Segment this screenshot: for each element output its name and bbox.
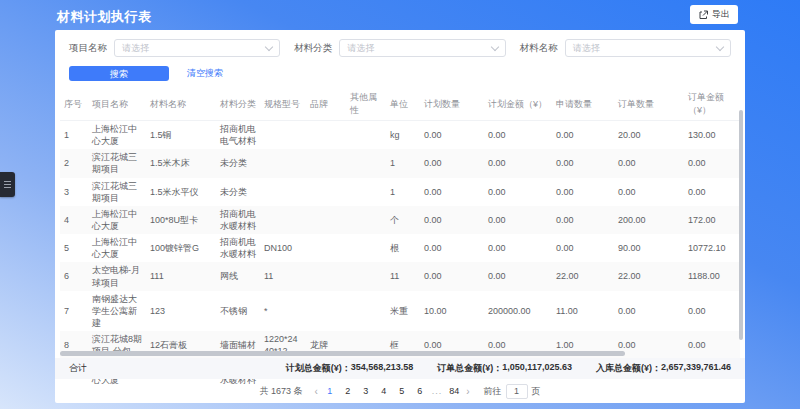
table-cell: 滨江花城三期项目: [88, 149, 146, 177]
column-header: 项目名称: [88, 88, 146, 121]
main-panel: 项目名称请选择材料分类请选择材料名称请选择 搜索 清空搜索 序号项目名称材料名称…: [55, 30, 745, 403]
table-cell: 0.00: [420, 262, 484, 290]
table-cell: 0.00: [484, 234, 552, 262]
export-button[interactable]: 导出: [690, 5, 738, 24]
table-cell: 11: [386, 262, 420, 290]
clear-search-link[interactable]: 清空搜索: [187, 67, 223, 80]
table-cell: 0.00: [484, 178, 552, 206]
table-cell: 0.00: [484, 121, 552, 150]
table-cell: 90.00: [614, 234, 684, 262]
prev-page-button[interactable]: ‹: [314, 386, 317, 397]
table-cell: 1: [386, 149, 420, 177]
table-cell: DN100: [260, 234, 306, 262]
filter-bar: 项目名称请选择材料分类请选择材料名称请选择: [55, 30, 745, 57]
table-cell: 米重: [386, 291, 420, 331]
page-button-2[interactable]: 2: [342, 386, 354, 396]
page-button-5[interactable]: 5: [396, 386, 408, 396]
page-button-3[interactable]: 3: [360, 386, 372, 396]
goto-page-input[interactable]: [506, 384, 528, 399]
app-background: 材料计划执行表 导出 项目名称请选择材料分类请选择材料名称请选择 搜索 清空搜索…: [0, 0, 800, 409]
table-cell: 1.5铜: [146, 121, 216, 150]
summary-item-value: 354,568,213.58: [351, 362, 414, 375]
summary-item: 计划总金额(¥)：354,568,213.58: [286, 362, 414, 375]
page-list: 123456...84: [324, 386, 461, 396]
table-cell: [260, 206, 306, 234]
table-cell: 招商机电水暖材料: [216, 206, 260, 234]
table-cell: 上海松江中心大厦: [88, 206, 146, 234]
table-cell: 未分类: [216, 178, 260, 206]
table-cell: 未分类: [216, 149, 260, 177]
horizontal-scrollbar[interactable]: [60, 351, 625, 356]
table-header-row: 序号项目名称材料名称材料分类规格型号品牌其他属性单位计划数量计划金额（¥）申请数…: [60, 88, 740, 121]
table-cell: 10772.10: [684, 234, 740, 262]
summary-item-value: 2,657,339,761.46: [661, 362, 731, 375]
table-cell: 100镀锌管G: [146, 234, 216, 262]
table-cell: 0.00: [614, 149, 684, 177]
table-cell: 172.00: [684, 206, 740, 234]
page-button-4[interactable]: 4: [378, 386, 390, 396]
next-page-button[interactable]: ›: [466, 386, 469, 397]
table-cell: 130.00: [684, 121, 740, 150]
table-cell: 0.00: [684, 178, 740, 206]
filter-select-1[interactable]: 请选择: [339, 39, 505, 57]
filter-select-2[interactable]: 请选择: [565, 39, 731, 57]
table-cell: 0.00: [552, 149, 614, 177]
table-cell: [346, 206, 386, 234]
page-button-6[interactable]: 6: [414, 386, 426, 396]
table-cell: 100*8U型卡: [146, 206, 216, 234]
select-placeholder: 请选择: [347, 42, 374, 55]
column-header: 其他属性: [346, 88, 386, 121]
table-cell: 招商机电水暖材料: [216, 234, 260, 262]
summary-item-label: 入库总金额(¥)：: [596, 362, 661, 375]
table-row: 2滨江花城三期项目1.5米木床未分类10.000.000.000.000.00: [60, 149, 740, 177]
page-button-1[interactable]: 1: [324, 386, 336, 396]
table-cell: *: [260, 291, 306, 331]
vertical-scrollbar[interactable]: [739, 110, 743, 340]
table-cell: 太空电梯-月球项目: [88, 262, 146, 290]
table-cell: 7: [60, 291, 88, 331]
table-cell: [306, 121, 346, 150]
table-cell: 0.00: [420, 178, 484, 206]
table-cell: 20.00: [614, 121, 684, 150]
column-header: 品牌: [306, 88, 346, 121]
table-cell: [346, 291, 386, 331]
filter-group-0: 项目名称请选择: [69, 39, 280, 57]
table-row: 6太空电梯-月球项目111网线11110.000.0022.0022.00118…: [60, 262, 740, 290]
table-cell: 4: [60, 206, 88, 234]
export-icon: [698, 10, 708, 20]
table-cell: [346, 262, 386, 290]
table-cell: [260, 178, 306, 206]
table-cell: 0.00: [684, 149, 740, 177]
goto-label: 前往: [484, 385, 502, 398]
table-cell: 0.00: [684, 331, 740, 359]
table-cell: 0.00: [420, 234, 484, 262]
select-placeholder: 请选择: [573, 42, 600, 55]
chevron-down-icon: [490, 42, 498, 50]
goto-suffix: 页: [532, 385, 541, 398]
page-button-84[interactable]: 84: [448, 386, 460, 396]
table-cell: 上海松江中心大厦: [88, 121, 146, 150]
filter-label: 材料名称: [520, 42, 558, 55]
table-cell: 0.00: [420, 206, 484, 234]
table-cell: 111: [146, 262, 216, 290]
filter-label: 项目名称: [69, 42, 107, 55]
filter-select-0[interactable]: 请选择: [114, 39, 280, 57]
drawer-handle[interactable]: [0, 172, 15, 197]
table-cell: 0.00: [484, 206, 552, 234]
table-cell: [306, 178, 346, 206]
table-cell: 1188.00: [684, 262, 740, 290]
search-button[interactable]: 搜索: [69, 66, 169, 81]
summary-item-label: 订单总金额(¥)：: [437, 362, 502, 375]
table-cell: [346, 178, 386, 206]
chevron-down-icon: [716, 42, 724, 50]
summary-item-label: 计划总金额(¥)：: [286, 362, 351, 375]
column-header: 计划金额（¥）: [484, 88, 552, 121]
table-cell: 0.00: [614, 291, 684, 331]
column-header: 规格型号: [260, 88, 306, 121]
column-header: 计划数量: [420, 88, 484, 121]
summary-item: 订单总金额(¥)：1,050,117,025.63: [437, 362, 572, 375]
table-cell: [260, 149, 306, 177]
table-cell: 11: [260, 262, 306, 290]
table-cell: 1.5米木床: [146, 149, 216, 177]
table-cell: 1: [60, 121, 88, 150]
